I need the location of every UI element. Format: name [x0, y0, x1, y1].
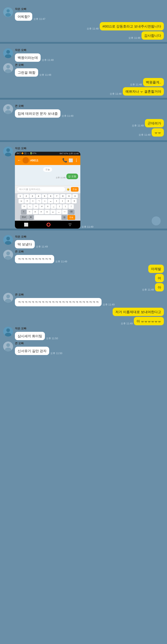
- key-delete: ⌫: [68, 210, 74, 214]
- key-3: 3: [30, 194, 35, 198]
- msg-line: 어찌함? 오후 11:47: [15, 12, 45, 21]
- bubble-group: 작은 오빠 어찌함? 오후 11:47: [15, 7, 45, 21]
- sender-name: 작은 오빠: [15, 48, 26, 52]
- avatar-photo-icon: [3, 235, 13, 245]
- key-special: ⊕: [28, 215, 34, 220]
- sender-name: 작은 오빠: [15, 235, 26, 239]
- bubble-group: 큰 오빠 집에 데려오면 문자 보내줌 오후 11:49: [15, 104, 73, 118]
- timestamp: 오후 11:49: [103, 303, 115, 306]
- avatar-silhouette-icon: [3, 293, 13, 303]
- keyboard-row-2: ㅂ ㅈ ㄷ ㄱ ㅅ ㅛ ㅕ ㅑ ㅐ ㅔ: [15, 199, 80, 204]
- key-ae: ㅐ: [65, 199, 71, 204]
- svg-point-20: [6, 252, 10, 255]
- avatar: [3, 104, 13, 114]
- key-8: 8: [60, 194, 66, 198]
- key-g: ㄱ: [36, 199, 42, 204]
- key-r: ㄹ: [39, 204, 45, 209]
- key-dash: —: [62, 210, 68, 214]
- msg-line: 집에 데려오면 문자 보내줌 오후 11:49: [15, 109, 73, 118]
- message-bubble: ㅠㅠ: [152, 128, 164, 136]
- msg-row: 작은 오빠 삼시세끼 화이팅 오후 11:50: [3, 326, 164, 340]
- bubble-group: 큰 오빠 신서유기 길만 걷자 오후 11:50: [15, 342, 62, 355]
- timestamp: 오후 11:48: [39, 73, 51, 77]
- key-shift: ⇧: [21, 210, 26, 214]
- key-n: ㄴ: [27, 204, 33, 209]
- bubble-group: 큰 오빠 그런걸 왜함 오후 11:48: [15, 63, 51, 77]
- avatar-silhouette: [3, 104, 13, 114]
- phone-keyboard: 1 2 3 4 5 6 7 8 9 0: [15, 193, 80, 221]
- avatar-photo-icon: [3, 146, 13, 156]
- timestamp: 오후 11:47: [33, 17, 45, 21]
- key-4: 4: [36, 194, 41, 198]
- key-oa: ㅗ: [51, 204, 56, 209]
- key-ya: ㅑ: [60, 199, 65, 204]
- right-line: 오후 11:48 예쁘자나 ㅜ 결혼할거야: [110, 87, 164, 96]
- avatar-silhouette: [3, 250, 13, 260]
- avatar-photo-icon: [3, 48, 13, 58]
- key-eu: ㅡ: [56, 210, 62, 214]
- key-i: ㅣ: [68, 204, 74, 209]
- msg-line: ㅋㅋㅋㅋㅋㅋㅋㅋㅋㅋ 오후 11:49: [15, 255, 67, 263]
- chat-container: 작은 오빠 어찌함? 오후 11:47 오후 11:48 #0011로 강동호라…: [0, 0, 167, 363]
- message-bubble: 저거 이름제대로 보내여한다고: [113, 308, 164, 316]
- section-3: 큰 오빠 집에 데려오면 문자 보내줌 오후 11:49 오후 11:49 곤데…: [0, 100, 167, 140]
- message-bubble: 예쁘자나 ㅜ 결혼할거야: [123, 87, 164, 96]
- msg-row: 큰 오빠 ㅋㅋㅋㅋㅋㅋㅋㅋㅋㅋ 오후 11:49: [3, 250, 164, 263]
- keyboard-row-numbers: 1 2 3 4 5 6 7 8 9 0: [15, 194, 80, 198]
- screenshot-bubble: BKT 🔶 ⬛ ↑↓ 🔋67% BKT 67% 오후 11:49 ← #0011…: [15, 152, 80, 228]
- key-7: 7: [54, 194, 60, 198]
- bubble-group: 큰 오빠 ㅋㅋㅋㅋㅋㅋㅋㅋㅋㅋㅋㅋㅋㅋㅋㅋㅋㅋㅋㅋㅋㅋㅋㅋ 오후 11:49: [15, 293, 115, 306]
- right-line: 아제발: [148, 265, 164, 273]
- message-bubble: ㅋㅋㅋㅋㅋㅋㅋㅋㅋㅋ: [15, 255, 54, 263]
- nav-square-icon: ⬜: [24, 222, 29, 227]
- message-bubble: 백원이라는데: [15, 54, 41, 62]
- avatar: [3, 293, 13, 303]
- msg-line: 삼시세끼 화이팅 오후 11:50: [15, 332, 58, 340]
- svg-point-11: [6, 106, 10, 110]
- avatar-silhouette-icon: [3, 63, 13, 73]
- contact-avatar: [23, 157, 29, 164]
- msg-row: 큰 오빠 신서유기 길만 걷자 오후 11:50: [3, 342, 164, 355]
- phone-input-area: 메시지를 입력하세요.. 😊 전송: [15, 185, 80, 193]
- key-s: ㅅ: [42, 199, 47, 204]
- msg-line: 딱 보냈다 오후 11:49: [15, 240, 48, 248]
- section-divider: [0, 228, 167, 230]
- avatar: [3, 63, 13, 73]
- message-bubble: 아제발: [148, 265, 164, 273]
- timestamp: 오후 11:49: [55, 260, 67, 263]
- message-bubble: 삼시세끼 화이팅: [15, 332, 45, 340]
- section-4: 작은 오빠 BKT 🔶 ⬛ ↑↓ 🔋67% BKT 67% 오후 11:49 ←…: [0, 142, 167, 228]
- key-0: 0: [72, 194, 78, 198]
- message-bubble: 어: [155, 274, 164, 282]
- timestamp: 오후 11:48: [42, 58, 54, 62]
- send-btn: 전송: [71, 187, 79, 192]
- message-bubble: 곤데려가: [145, 119, 164, 127]
- key-m: ㅁ: [22, 204, 27, 209]
- msg-line: BKT 🔶 ⬛ ↑↓ 🔋67% BKT 67% 오후 11:49 ← #0011…: [15, 152, 93, 228]
- right-line: 저거 이름제대로 보내여한다고: [113, 308, 164, 316]
- status-left: BKT 🔶 ⬛ ↑↓ 🔋67%: [17, 152, 36, 155]
- key-t: ㅌ: [33, 210, 38, 214]
- key-enter: 전송: [68, 215, 75, 220]
- sender-name: 작은 오빠: [15, 326, 26, 330]
- right-line: 어: [155, 274, 164, 282]
- right-line: 오후 11:49 아: [142, 283, 164, 292]
- svg-point-26: [6, 328, 10, 332]
- sender-name: 작은 오빠: [15, 7, 26, 11]
- key-k: ㅋ: [27, 210, 32, 214]
- chat-msg-bubble: 강 오동: [66, 174, 78, 179]
- right-msg-group: 오후 11:48 감사합니다: [3, 31, 164, 40]
- chat-msg-time: 오후 11:48: [56, 176, 65, 179]
- key-e: ㅔ: [71, 199, 77, 204]
- section-divider: [0, 98, 167, 100]
- key-aa: ㅏ: [63, 204, 68, 209]
- section-5: 작은 오빠 딱 보냈다 오후 11:49 큰 오빠: [0, 230, 167, 361]
- message-bubble: 딱 보냈다: [15, 240, 35, 248]
- bubble-group: 작은 오빠 삼시세끼 화이팅 오후 11:50: [15, 326, 58, 340]
- right-msg-group: 어: [3, 274, 164, 282]
- bubble-group: 작은 오빠 BKT 🔶 ⬛ ↑↓ 🔋67% BKT 67% 오후 11:49 ←…: [15, 146, 93, 228]
- section-1: 작은 오빠 어찌함? 오후 11:47 오후 11:48 #0011로 강동호라…: [0, 2, 167, 42]
- bubble-circle: [152, 216, 161, 226]
- bubble-group: 작은 오빠 백원이라는데 오후 11:48: [15, 48, 54, 62]
- avatar-silhouette-icon: [3, 104, 13, 114]
